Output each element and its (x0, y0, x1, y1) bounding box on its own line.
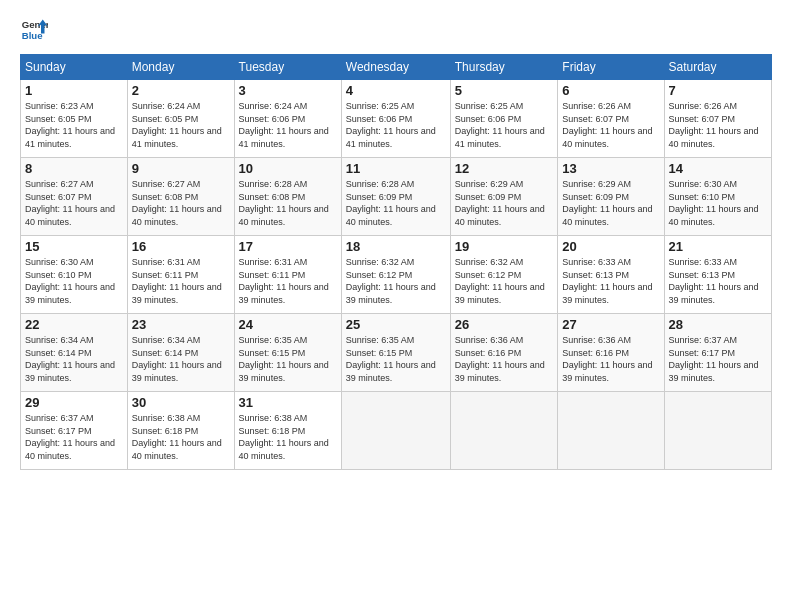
calendar-day-cell: 3 Sunrise: 6:24 AMSunset: 6:06 PMDayligh… (234, 80, 341, 158)
calendar-week-row: 8 Sunrise: 6:27 AMSunset: 6:07 PMDayligh… (21, 158, 772, 236)
day-info: Sunrise: 6:33 AMSunset: 6:13 PMDaylight:… (562, 256, 659, 306)
day-info: Sunrise: 6:23 AMSunset: 6:05 PMDaylight:… (25, 100, 123, 150)
day-info: Sunrise: 6:35 AMSunset: 6:15 PMDaylight:… (346, 334, 446, 384)
day-info: Sunrise: 6:28 AMSunset: 6:08 PMDaylight:… (239, 178, 337, 228)
day-info: Sunrise: 6:25 AMSunset: 6:06 PMDaylight:… (455, 100, 554, 150)
calendar-day-cell: 29 Sunrise: 6:37 AMSunset: 6:17 PMDaylig… (21, 392, 128, 470)
calendar-day-cell: 17 Sunrise: 6:31 AMSunset: 6:11 PMDaylig… (234, 236, 341, 314)
day-number: 27 (562, 317, 659, 332)
calendar-day-cell: 20 Sunrise: 6:33 AMSunset: 6:13 PMDaylig… (558, 236, 664, 314)
calendar-day-cell: 11 Sunrise: 6:28 AMSunset: 6:09 PMDaylig… (341, 158, 450, 236)
day-info: Sunrise: 6:24 AMSunset: 6:05 PMDaylight:… (132, 100, 230, 150)
day-info: Sunrise: 6:34 AMSunset: 6:14 PMDaylight:… (25, 334, 123, 384)
day-info: Sunrise: 6:31 AMSunset: 6:11 PMDaylight:… (132, 256, 230, 306)
col-tuesday: Tuesday (234, 55, 341, 80)
day-number: 14 (669, 161, 768, 176)
day-info: Sunrise: 6:32 AMSunset: 6:12 PMDaylight:… (346, 256, 446, 306)
day-info: Sunrise: 6:35 AMSunset: 6:15 PMDaylight:… (239, 334, 337, 384)
calendar-day-cell (450, 392, 558, 470)
calendar-day-cell: 10 Sunrise: 6:28 AMSunset: 6:08 PMDaylig… (234, 158, 341, 236)
calendar-week-row: 29 Sunrise: 6:37 AMSunset: 6:17 PMDaylig… (21, 392, 772, 470)
calendar-day-cell: 30 Sunrise: 6:38 AMSunset: 6:18 PMDaylig… (127, 392, 234, 470)
calendar-week-row: 22 Sunrise: 6:34 AMSunset: 6:14 PMDaylig… (21, 314, 772, 392)
day-info: Sunrise: 6:33 AMSunset: 6:13 PMDaylight:… (669, 256, 768, 306)
calendar-day-cell: 21 Sunrise: 6:33 AMSunset: 6:13 PMDaylig… (664, 236, 772, 314)
day-info: Sunrise: 6:29 AMSunset: 6:09 PMDaylight:… (562, 178, 659, 228)
day-number: 8 (25, 161, 123, 176)
day-number: 25 (346, 317, 446, 332)
calendar-day-cell: 25 Sunrise: 6:35 AMSunset: 6:15 PMDaylig… (341, 314, 450, 392)
calendar-day-cell: 4 Sunrise: 6:25 AMSunset: 6:06 PMDayligh… (341, 80, 450, 158)
day-number: 9 (132, 161, 230, 176)
day-number: 3 (239, 83, 337, 98)
day-number: 22 (25, 317, 123, 332)
calendar-day-cell: 8 Sunrise: 6:27 AMSunset: 6:07 PMDayligh… (21, 158, 128, 236)
day-number: 15 (25, 239, 123, 254)
day-info: Sunrise: 6:26 AMSunset: 6:07 PMDaylight:… (562, 100, 659, 150)
calendar-day-cell: 1 Sunrise: 6:23 AMSunset: 6:05 PMDayligh… (21, 80, 128, 158)
header-row: Sunday Monday Tuesday Wednesday Thursday… (21, 55, 772, 80)
calendar-table: Sunday Monday Tuesday Wednesday Thursday… (20, 54, 772, 470)
calendar-day-cell: 18 Sunrise: 6:32 AMSunset: 6:12 PMDaylig… (341, 236, 450, 314)
calendar-day-cell: 15 Sunrise: 6:30 AMSunset: 6:10 PMDaylig… (21, 236, 128, 314)
calendar-day-cell: 26 Sunrise: 6:36 AMSunset: 6:16 PMDaylig… (450, 314, 558, 392)
day-info: Sunrise: 6:30 AMSunset: 6:10 PMDaylight:… (25, 256, 123, 306)
day-info: Sunrise: 6:24 AMSunset: 6:06 PMDaylight:… (239, 100, 337, 150)
day-number: 28 (669, 317, 768, 332)
day-number: 24 (239, 317, 337, 332)
day-number: 26 (455, 317, 554, 332)
col-friday: Friday (558, 55, 664, 80)
day-number: 29 (25, 395, 123, 410)
day-number: 2 (132, 83, 230, 98)
day-number: 7 (669, 83, 768, 98)
day-info: Sunrise: 6:25 AMSunset: 6:06 PMDaylight:… (346, 100, 446, 150)
day-number: 10 (239, 161, 337, 176)
calendar-day-cell: 31 Sunrise: 6:38 AMSunset: 6:18 PMDaylig… (234, 392, 341, 470)
day-number: 31 (239, 395, 337, 410)
calendar-day-cell: 5 Sunrise: 6:25 AMSunset: 6:06 PMDayligh… (450, 80, 558, 158)
calendar-week-row: 1 Sunrise: 6:23 AMSunset: 6:05 PMDayligh… (21, 80, 772, 158)
col-monday: Monday (127, 55, 234, 80)
calendar-day-cell: 28 Sunrise: 6:37 AMSunset: 6:17 PMDaylig… (664, 314, 772, 392)
day-info: Sunrise: 6:27 AMSunset: 6:07 PMDaylight:… (25, 178, 123, 228)
calendar-day-cell: 23 Sunrise: 6:34 AMSunset: 6:14 PMDaylig… (127, 314, 234, 392)
calendar-day-cell: 22 Sunrise: 6:34 AMSunset: 6:14 PMDaylig… (21, 314, 128, 392)
main-container: General Blue Sunday Monday Tuesday Wedne… (0, 0, 792, 480)
day-info: Sunrise: 6:27 AMSunset: 6:08 PMDaylight:… (132, 178, 230, 228)
calendar-day-cell: 24 Sunrise: 6:35 AMSunset: 6:15 PMDaylig… (234, 314, 341, 392)
col-wednesday: Wednesday (341, 55, 450, 80)
day-info: Sunrise: 6:38 AMSunset: 6:18 PMDaylight:… (132, 412, 230, 462)
day-info: Sunrise: 6:28 AMSunset: 6:09 PMDaylight:… (346, 178, 446, 228)
day-info: Sunrise: 6:38 AMSunset: 6:18 PMDaylight:… (239, 412, 337, 462)
day-number: 11 (346, 161, 446, 176)
header: General Blue (20, 16, 772, 44)
day-number: 19 (455, 239, 554, 254)
day-info: Sunrise: 6:36 AMSunset: 6:16 PMDaylight:… (455, 334, 554, 384)
day-number: 4 (346, 83, 446, 98)
day-number: 13 (562, 161, 659, 176)
day-info: Sunrise: 6:29 AMSunset: 6:09 PMDaylight:… (455, 178, 554, 228)
calendar-day-cell: 19 Sunrise: 6:32 AMSunset: 6:12 PMDaylig… (450, 236, 558, 314)
svg-text:Blue: Blue (22, 30, 43, 41)
day-info: Sunrise: 6:37 AMSunset: 6:17 PMDaylight:… (669, 334, 768, 384)
calendar-day-cell: 27 Sunrise: 6:36 AMSunset: 6:16 PMDaylig… (558, 314, 664, 392)
day-number: 30 (132, 395, 230, 410)
day-number: 18 (346, 239, 446, 254)
calendar-day-cell: 13 Sunrise: 6:29 AMSunset: 6:09 PMDaylig… (558, 158, 664, 236)
calendar-day-cell (664, 392, 772, 470)
day-number: 17 (239, 239, 337, 254)
calendar-day-cell: 7 Sunrise: 6:26 AMSunset: 6:07 PMDayligh… (664, 80, 772, 158)
day-number: 16 (132, 239, 230, 254)
col-sunday: Sunday (21, 55, 128, 80)
calendar-week-row: 15 Sunrise: 6:30 AMSunset: 6:10 PMDaylig… (21, 236, 772, 314)
calendar-day-cell (558, 392, 664, 470)
calendar-day-cell: 16 Sunrise: 6:31 AMSunset: 6:11 PMDaylig… (127, 236, 234, 314)
calendar-day-cell: 14 Sunrise: 6:30 AMSunset: 6:10 PMDaylig… (664, 158, 772, 236)
day-info: Sunrise: 6:37 AMSunset: 6:17 PMDaylight:… (25, 412, 123, 462)
day-number: 23 (132, 317, 230, 332)
calendar-day-cell (341, 392, 450, 470)
logo-icon: General Blue (20, 16, 48, 44)
col-saturday: Saturday (664, 55, 772, 80)
day-info: Sunrise: 6:31 AMSunset: 6:11 PMDaylight:… (239, 256, 337, 306)
day-number: 21 (669, 239, 768, 254)
